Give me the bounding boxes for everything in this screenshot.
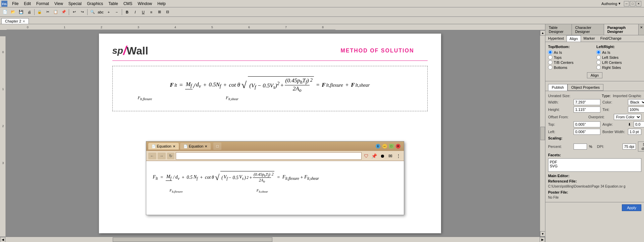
browser-tab-2[interactable]: 📄 Equation ✕	[180, 143, 211, 150]
scrollbar-right[interactable]: ▶	[540, 237, 545, 242]
browser-forward[interactable]: →	[158, 153, 166, 159]
radio-asis-h[interactable]: As Is	[596, 50, 641, 54]
new-btn[interactable]: 📄	[1, 8, 9, 16]
lock-btn[interactable]: 🔒	[36, 8, 43, 16]
scrollbar-left[interactable]: ◀	[0, 237, 5, 242]
menu-graphics[interactable]: Graphics	[84, 1, 106, 7]
browser-maximize[interactable]: □	[389, 144, 394, 149]
browser-back[interactable]: ←	[148, 153, 156, 159]
menu-special[interactable]: Special	[66, 1, 84, 7]
angle-input[interactable]	[634, 121, 644, 127]
tint-input[interactable]	[628, 107, 644, 113]
menu-format[interactable]: Format	[34, 1, 52, 7]
browser-minimize[interactable]: ─	[382, 144, 387, 149]
browser-security-icon[interactable]: 🛡	[363, 153, 370, 159]
scrollbar-h[interactable]: ◀ ▶	[0, 237, 545, 242]
browser-info-btn[interactable]: ℹ	[376, 144, 380, 149]
toolbar-sep-1	[34, 9, 35, 15]
overprint-select[interactable]: From Color Overprint Knockout	[614, 114, 641, 120]
chapter2-tab[interactable]: Chapter 2 ✕	[1, 18, 29, 24]
menu-table[interactable]: Table	[106, 1, 121, 7]
color-select[interactable]: Black White Red	[628, 99, 644, 105]
facets-list[interactable]: PDF SVG	[548, 158, 641, 172]
menu-window[interactable]: Window	[135, 1, 155, 7]
radio-right-sides[interactable]: Right Sides	[596, 65, 641, 70]
tab-bar: Chapter 2 ✕	[0, 17, 644, 24]
insert-btn[interactable]: ⊞	[156, 8, 163, 16]
radio-lr-centers[interactable]: L/R Centers	[596, 60, 641, 65]
dpi-input[interactable]	[623, 144, 636, 150]
object-properties-tab[interactable]: Object Properties	[568, 84, 603, 91]
border-width-input[interactable]	[628, 129, 641, 135]
copy-btn[interactable]: 📋	[52, 8, 59, 16]
panel-tab-table-designer[interactable]: Table Designer	[545, 24, 572, 35]
undo-btn[interactable]: ↩	[70, 8, 78, 16]
page-scroll[interactable]: sp / Wall METHOD OF SOLUTION Flt	[0, 30, 540, 237]
window-minimize[interactable]: ─	[624, 1, 629, 6]
zoom-out-btn[interactable]: −	[113, 8, 120, 16]
facet-pdf[interactable]: PDF	[550, 160, 640, 164]
browser-tab-1-close[interactable]: ✕	[173, 145, 175, 148]
scrollbar-h-thumb[interactable]	[113, 237, 273, 242]
browser-new-tab[interactable]: □	[213, 143, 221, 150]
browser-screenshot-icon[interactable]: ⏺	[379, 153, 386, 159]
browser-more-icon[interactable]: ⋮	[395, 153, 402, 159]
radio-left-sides[interactable]: Left Sides	[596, 55, 641, 59]
scrollbar-up[interactable]: ▲	[540, 30, 545, 36]
scrollbar-v[interactable]: ▲ ▼	[540, 30, 545, 237]
italic-btn[interactable]: I	[131, 8, 139, 16]
equation-box[interactable]: Flt = Mf / dv + 0.5Nf + cot θ	[112, 66, 428, 111]
left-input[interactable]	[574, 129, 600, 135]
underline-btn[interactable]: U	[140, 8, 147, 16]
open-btn[interactable]: 📂	[9, 8, 17, 16]
menu-file[interactable]: File	[9, 1, 21, 7]
sub-tab-marker[interactable]: Marker	[581, 35, 598, 42]
publish-tab[interactable]: Publish	[548, 84, 568, 91]
print-btn[interactable]: 🖨	[25, 8, 33, 16]
spell-btn[interactable]: abc	[97, 8, 104, 16]
align-btn[interactable]: ≡	[148, 8, 155, 16]
paste-btn[interactable]: 📌	[60, 8, 67, 16]
radio-asis-v[interactable]: As Is	[548, 50, 593, 54]
sub-tab-align[interactable]: Align	[567, 35, 581, 42]
radio-tb-centers[interactable]: T/B Centers	[548, 60, 593, 65]
bold-btn[interactable]: B	[123, 8, 131, 16]
cut-btn[interactable]: ✂	[44, 8, 51, 16]
apply-button[interactable]: Apply	[622, 204, 641, 211]
percent-input[interactable]	[574, 144, 587, 150]
panel-close[interactable]: ✕	[639, 24, 644, 35]
menu-help[interactable]: Help	[155, 1, 168, 7]
chapter2-tab-close[interactable]: ✕	[22, 19, 25, 23]
radio-bottoms[interactable]: Bottoms	[548, 65, 593, 70]
browser-tab-1[interactable]: 📄 Equation ✕	[148, 143, 179, 150]
top-input[interactable]	[574, 121, 600, 127]
panel-tab-paragraph-designer[interactable]: Paragraph Designer	[604, 24, 639, 35]
height-input[interactable]	[574, 107, 600, 113]
window-maximize[interactable]: □	[630, 1, 635, 6]
scrollbar-down[interactable]: ▼	[540, 231, 545, 237]
width-input[interactable]	[574, 99, 600, 105]
save-btn[interactable]: 💾	[17, 8, 25, 16]
sub-tab-findchange[interactable]: Find/Change	[598, 35, 624, 42]
menu-edit[interactable]: Edit	[21, 1, 34, 7]
browser-bookmark-icon[interactable]: 📌	[371, 153, 378, 159]
find-btn[interactable]: 🔍	[89, 8, 96, 16]
table-btn[interactable]: ⊟	[164, 8, 171, 16]
menu-view[interactable]: View	[52, 1, 66, 7]
facet-svg[interactable]: SVG	[550, 164, 640, 168]
browser-tab-2-close[interactable]: ✕	[205, 145, 207, 148]
sub-tab-hypertext[interactable]: Hypertext	[545, 35, 567, 42]
window-close[interactable]: ✕	[636, 1, 641, 6]
radio-tops[interactable]: Tops	[548, 55, 593, 59]
menu-cms[interactable]: CMS	[121, 1, 135, 7]
browser-close[interactable]: ✕	[396, 144, 400, 149]
browser-share-icon[interactable]: ✉	[387, 153, 394, 159]
browser-address-input[interactable]	[176, 152, 362, 160]
align-button[interactable]: Align	[587, 72, 602, 78]
redo-btn[interactable]: ↪	[78, 8, 86, 16]
panel-tab-character-designer[interactable]: Character Designer	[572, 24, 604, 35]
set-dpi-button[interactable]: Set dpi...	[638, 142, 644, 152]
zoom-in-btn[interactable]: +	[105, 8, 112, 16]
scrollbar-thumb[interactable]	[540, 127, 545, 140]
browser-refresh[interactable]: ↻	[167, 153, 174, 159]
